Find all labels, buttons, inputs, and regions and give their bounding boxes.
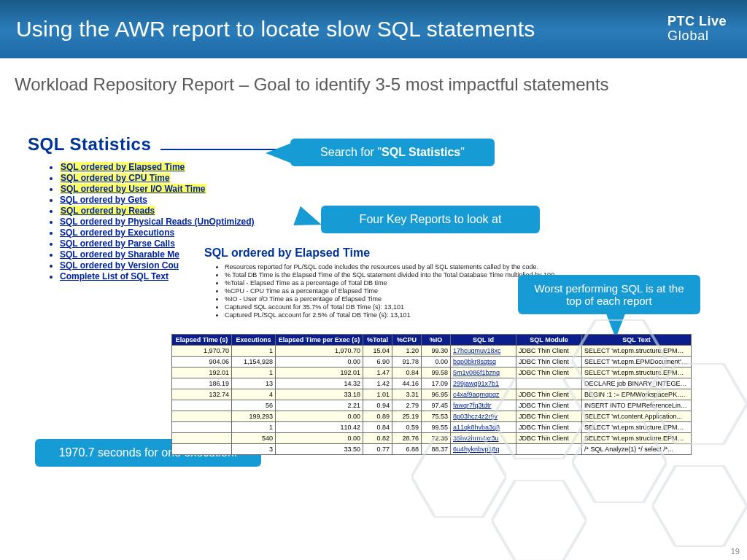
callout-search-post: " (460, 146, 465, 158)
table-cell: SELECT 'wt.epm.structure.EPMRe... (582, 368, 692, 378)
table-cell: 904.06 (172, 357, 232, 368)
awr-table-wrap: Elapsed Time (s)ExecutionsElapsed Time p… (171, 334, 691, 455)
slide-content: SQL Statistics SQL ordered by Elapsed Ti… (15, 117, 732, 545)
sql-id-link[interactable]: 8p03hcz4z2r9v (453, 413, 498, 420)
report-link[interactable]: SQL ordered by User I/O Wait Time (60, 184, 206, 194)
report-link-item: SQL ordered by Gets (60, 195, 732, 205)
note-item: %Total - Elapsed Time as a percentage of… (225, 279, 554, 287)
table-row: 333.500.776.8888.376u4hyknbvp18q/* SQL A… (172, 444, 692, 455)
brand-line-2: Global (667, 29, 727, 44)
report-link[interactable]: SQL ordered by CPU Time (60, 173, 171, 183)
table-cell: INSERT INTO EPMReferenceLink(c... (582, 400, 692, 411)
table-cell: 192.01 (172, 368, 232, 378)
table-row: 199,2930.000.8925.1975.538p03hcz4z2r9vJD… (172, 411, 692, 422)
note-item: %CPU - CPU Time as a percentage of Elaps… (225, 287, 554, 295)
table-cell: JDBC Thin Client (516, 346, 582, 357)
report-link[interactable]: SQL ordered by Version Cou (60, 260, 179, 271)
table-cell: 6u4hyknbvp18q (451, 444, 516, 455)
report-link[interactable]: SQL ordered by Gets (60, 195, 147, 205)
column-header: Executions (232, 335, 276, 346)
table-cell: JDBC Thin Client (516, 433, 582, 444)
table-cell: SELECT 'wt.epm.structure.EPMMe... (582, 433, 692, 444)
table-cell: 75.53 (422, 411, 451, 422)
report-link-item: SQL ordered by User I/O Wait Time (60, 184, 732, 194)
table-cell: 99.58 (422, 368, 451, 378)
report-link[interactable]: SQL ordered by Physical Reads (UnOptimiz… (60, 217, 255, 227)
table-cell: 1.47 (363, 368, 392, 378)
table-cell: 1.20 (392, 346, 422, 357)
sql-id-link[interactable]: bqp0bkr8sqtsq (453, 358, 496, 365)
svg-marker-5 (492, 480, 587, 560)
report-link[interactable]: Complete List of SQL Text (60, 271, 169, 281)
callout-search-pre: Search for " (320, 146, 382, 158)
table-cell: 0.00 (422, 357, 451, 368)
table-cell: JDBC Thin Client (516, 357, 582, 368)
elapsed-time-heading: SQL ordered by Elapsed Time (204, 246, 370, 260)
table-cell: 186.19 (172, 378, 232, 389)
sql-id-link[interactable]: 299jawq91x7b1 (453, 380, 499, 387)
table-cell: SELECT 'wt.epm.structure.EPMRe... (582, 422, 692, 433)
column-header: %CPU (392, 335, 422, 346)
sql-id-link[interactable]: fawqr7fq3tdtr (453, 402, 492, 409)
table-cell: BEGIN :1 := EPMWorkspacePK.Cop... (582, 389, 692, 400)
table-row: 904.061,154,9280.006.9091.780.00bqp0bkr8… (172, 357, 692, 368)
sql-id-link[interactable]: c4xaf9aqmqpqz (453, 391, 500, 398)
table-cell: 91.78 (392, 357, 422, 368)
sql-id-link[interactable]: 6u4hyknbvp18q (453, 446, 500, 453)
table-cell: fawqr7fq3tdtr (451, 400, 516, 411)
table-cell: 99.30 (422, 346, 451, 357)
table-cell (516, 444, 582, 455)
table-cell: 132.74 (172, 389, 232, 400)
table-row: 5400.000.8228.7672.3535hv2hrm4xr3uJDBC T… (172, 433, 692, 444)
callout-worst-sql: Worst performing SQL is at the top of ea… (518, 275, 700, 314)
table-cell: 0.77 (363, 444, 392, 455)
slide-title: Using the AWR report to locate slow SQL … (16, 17, 535, 42)
note-item: Resources reported for PL/SQL code inclu… (225, 263, 554, 271)
table-cell: 0.00 (276, 411, 363, 422)
title-bar: Using the AWR report to locate slow SQL … (0, 0, 747, 58)
table-cell: /* SQL Analyze(1) */ select /*... (582, 444, 692, 455)
table-cell: 2.79 (392, 400, 422, 411)
callout-four-reports: Four Key Reports to look at (321, 206, 540, 233)
column-header: %IO (422, 335, 451, 346)
table-row: 192.011192.011.470.8499.585m1v086f1bznqJ… (172, 368, 692, 378)
table-cell: 3.31 (392, 389, 422, 400)
sql-id-link[interactable]: 17hcugmuv18xc (453, 347, 501, 354)
svg-marker-4 (652, 465, 747, 547)
table-cell: 1 (232, 368, 276, 378)
table-cell: 0.94 (363, 400, 392, 411)
table-cell: 0.00 (276, 357, 363, 368)
table-row: 562.210.942.7997.45fawqr7fq3tdtrJDBC Thi… (172, 400, 692, 411)
brand-logo: PTC Live Global (667, 15, 727, 44)
brand-line-1: PTC Live (667, 15, 727, 29)
table-cell: SELECT 'wt.content.Application... (582, 411, 692, 422)
report-link[interactable]: SQL ordered by Elapsed Time (60, 162, 185, 172)
table-cell: c4xaf9aqmqpqz (451, 389, 516, 400)
report-link[interactable]: SQL ordered by Reads (60, 206, 155, 216)
table-row: 132.74433.181.013.3196.95c4xaf9aqmqpqzJD… (172, 389, 692, 400)
callout-search-bold: SQL Statistics (382, 146, 460, 158)
column-header: SQL Text (582, 335, 692, 346)
table-cell: 0.84 (392, 368, 422, 378)
table-cell: JDBC Thin Client (516, 400, 582, 411)
note-item: % Total DB Time is the Elapsed Time of t… (225, 271, 554, 279)
sql-id-link[interactable]: 5m1v086f1bznq (453, 369, 500, 376)
sql-id-link[interactable]: 35hv2hrm4xr3u (453, 435, 499, 442)
table-cell: 0.00 (276, 433, 363, 444)
sql-id-link[interactable]: a11qk8hvba3q8 (453, 424, 500, 431)
table-cell: a11qk8hvba3q8 (451, 422, 516, 433)
table-cell: DECLARE job BINARY_INTEGER := ... (582, 378, 692, 389)
report-notes: Resources reported for PL/SQL code inclu… (217, 262, 554, 319)
table-cell: 0.59 (392, 422, 422, 433)
report-link[interactable]: SQL ordered by Sharable Me (60, 249, 179, 260)
table-cell: 0.89 (363, 411, 392, 422)
table-cell: 25.19 (392, 411, 422, 422)
report-link[interactable]: SQL ordered by Executions (60, 228, 174, 238)
table-cell: 72.35 (422, 433, 451, 444)
table-cell: 1.01 (363, 389, 392, 400)
report-link[interactable]: SQL ordered by Parse Calls (60, 238, 175, 249)
heading-underline (160, 149, 277, 150)
table-cell: SELECT 'wt.epm.EPMDocument', A... (582, 357, 692, 368)
table-cell: 8p03hcz4z2r9v (451, 411, 516, 422)
table-cell: 4 (232, 389, 276, 400)
